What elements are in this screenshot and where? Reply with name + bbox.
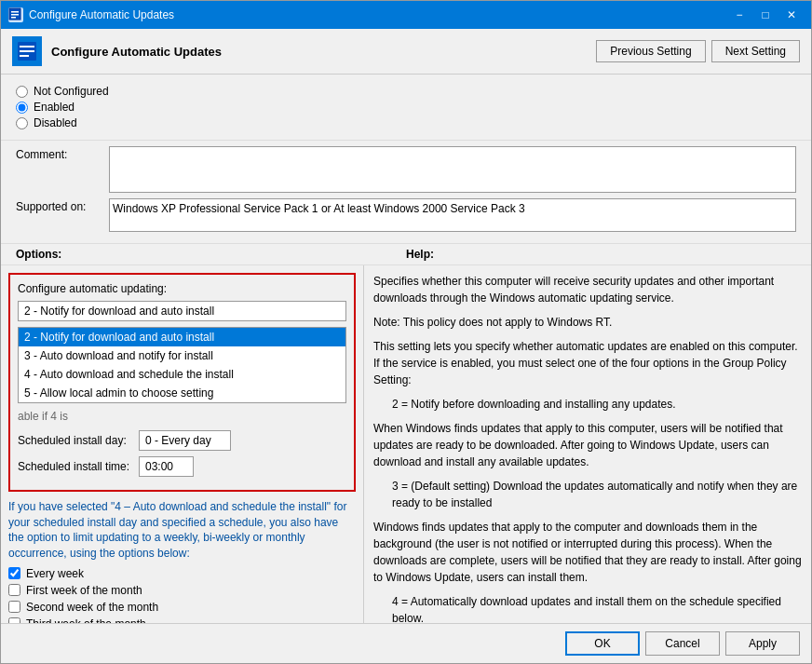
help-para-1: Note: This policy does not apply to Wind… [373, 314, 802, 331]
options-label: Options: [16, 248, 406, 261]
first-week-checkbox[interactable] [8, 584, 20, 596]
configure-dropdown-container: 2 - Notify for download and auto install… [18, 301, 346, 321]
help-para-4: When Windows finds updates that apply to… [373, 420, 802, 470]
comment-textarea[interactable] [109, 146, 796, 193]
every-week-checkbox[interactable] [8, 567, 20, 579]
minimize-button[interactable]: − [727, 6, 751, 24]
header-title: Configure Automatic Updates [51, 45, 596, 59]
supported-label: Supported on: [16, 198, 109, 213]
supported-value: Windows XP Professional Service Pack 1 o… [109, 198, 796, 232]
dropdown-list: 2 - Notify for download and auto install… [18, 327, 346, 403]
schedule-time-dropdown[interactable]: 03:00 [139, 456, 194, 477]
help-para-5: 3 = (Default setting) Download the updat… [373, 478, 802, 511]
info-text: able if 4 is [18, 409, 346, 425]
dropdown-item-1[interactable]: 3 - Auto download and notify for install [19, 346, 345, 365]
maximize-button[interactable]: □ [753, 6, 778, 24]
third-week-checkbox[interactable] [8, 617, 20, 623]
schedule-time-label: Scheduled install time: [18, 460, 139, 473]
svg-rect-1 [11, 11, 19, 13]
schedule-day-dropdown[interactable]: 0 - Every day [139, 430, 231, 451]
disabled-label: Disabled [34, 116, 77, 129]
svg-rect-7 [20, 55, 29, 57]
window-icon [8, 7, 23, 22]
main-split: Configure automatic updating: 2 - Notify… [1, 265, 811, 623]
svg-rect-2 [11, 14, 19, 16]
bottom-bar: OK Cancel Apply [1, 623, 811, 663]
ok-button[interactable]: OK [565, 631, 640, 656]
dropdown-item-0[interactable]: 2 - Notify for download and auto install [19, 328, 345, 346]
disabled-row: Disabled [16, 116, 796, 129]
options-panel: Configure automatic updating: 2 - Notify… [1, 265, 364, 623]
svg-rect-6 [20, 50, 34, 52]
second-week-label: Second week of the month [26, 601, 158, 614]
first-week-label: First week of the month [26, 584, 142, 597]
close-button[interactable]: ✕ [779, 6, 804, 24]
help-para-3: 2 = Notify before downloading and instal… [373, 396, 802, 413]
schedule-day-label: Scheduled install day: [18, 434, 139, 447]
checkbox-every-week: Every week [8, 567, 356, 580]
not-configured-radio[interactable] [16, 86, 28, 98]
second-week-checkbox[interactable] [8, 601, 20, 613]
help-para-0: Specifies whether this computer will rec… [373, 273, 802, 306]
schedule-day-wrap: 0 - Every day [139, 430, 346, 451]
checkbox-third-week: Third week of the month [8, 617, 356, 623]
comment-row: Comment: [16, 146, 796, 193]
checkboxes-group: Every week First week of the month Secon… [8, 567, 356, 623]
every-week-label: Every week [26, 567, 84, 580]
third-week-label: Third week of the month [26, 617, 146, 623]
supported-row: Supported on: Windows XP Professional Se… [16, 198, 796, 232]
enabled-label: Enabled [34, 101, 74, 114]
checkbox-first-week: First week of the month [8, 584, 356, 597]
help-panel: Specifies whether this computer will rec… [364, 265, 811, 623]
help-label: Help: [406, 248, 796, 261]
help-para-7: 4 = Automatically download updates and i… [373, 593, 802, 623]
schedule-day-row: Scheduled install day: 0 - Every day [18, 430, 346, 451]
next-setting-button[interactable]: Next Setting [711, 40, 800, 62]
radio-section: Not Configured Enabled Disabled [1, 75, 811, 141]
help-para-2: This setting lets you specify whether au… [373, 338, 802, 388]
svg-rect-3 [11, 17, 16, 19]
window-controls: − □ ✕ [727, 6, 804, 24]
not-configured-row: Not Configured [16, 85, 796, 98]
options-inner: Configure automatic updating: 2 - Notify… [8, 273, 356, 492]
content-area: Configure Automatic Updates Previous Set… [1, 29, 811, 623]
options-help-bar: Options: Help: [1, 244, 811, 265]
schedule-time-row: Scheduled install time: 03:00 [18, 456, 346, 477]
header-icon [12, 36, 42, 66]
cancel-button[interactable]: Cancel [645, 631, 720, 656]
enabled-row: Enabled [16, 101, 796, 114]
configure-dropdown[interactable]: 2 - Notify for download and auto install… [18, 301, 346, 321]
enabled-radio[interactable] [16, 102, 28, 114]
comment-supported-section: Comment: Supported on: Windows XP Profes… [1, 141, 811, 244]
title-bar: Configure Automatic Updates − □ ✕ [1, 1, 811, 29]
window-title: Configure Automatic Updates [29, 8, 727, 21]
svg-rect-5 [20, 46, 34, 47]
dropdown-item-2[interactable]: 4 - Auto download and schedule the insta… [19, 365, 345, 384]
header-buttons: Previous Setting Next Setting [596, 40, 800, 62]
help-para-6: Windows finds updates that apply to the … [373, 519, 802, 586]
configure-label: Configure automatic updating: [18, 282, 346, 295]
not-configured-label: Not Configured [34, 85, 109, 98]
previous-setting-button[interactable]: Previous Setting [596, 40, 705, 62]
apply-button[interactable]: Apply [725, 631, 800, 656]
comment-label: Comment: [16, 146, 109, 161]
header-section: Configure Automatic Updates Previous Set… [1, 29, 811, 75]
dropdown-item-3[interactable]: 5 - Allow local admin to choose setting [19, 384, 345, 402]
main-window: Configure Automatic Updates − □ ✕ Config… [0, 0, 812, 664]
desc-text: If you have selected "4 – Auto download … [8, 499, 356, 562]
disabled-radio[interactable] [16, 117, 28, 129]
schedule-time-wrap: 03:00 [139, 456, 346, 477]
checkbox-second-week: Second week of the month [8, 601, 356, 614]
